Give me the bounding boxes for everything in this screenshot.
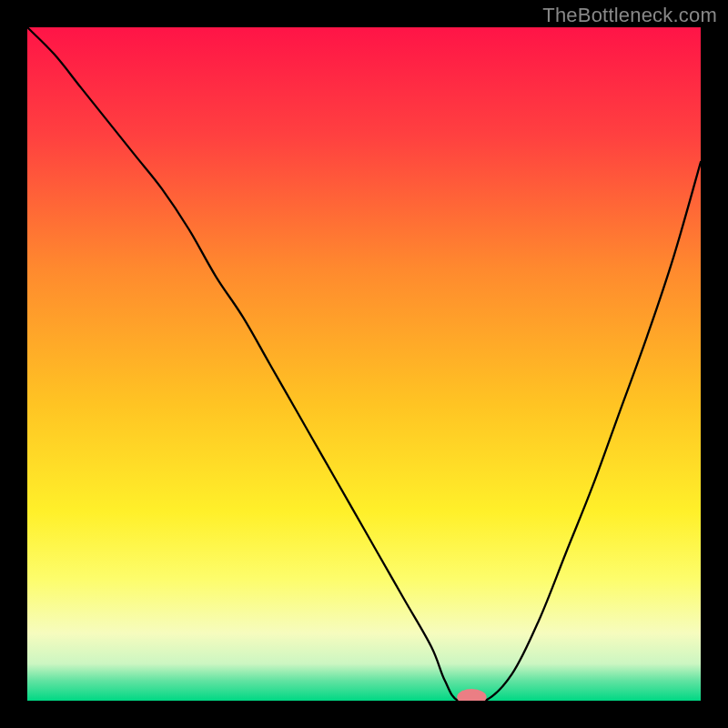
chart-plot-area [27, 27, 701, 701]
attribution-text: TheBottleneck.com [542, 4, 717, 27]
chart-frame: TheBottleneck.com [0, 0, 728, 728]
bottleneck-plot [27, 27, 701, 701]
gradient-background [27, 27, 701, 701]
